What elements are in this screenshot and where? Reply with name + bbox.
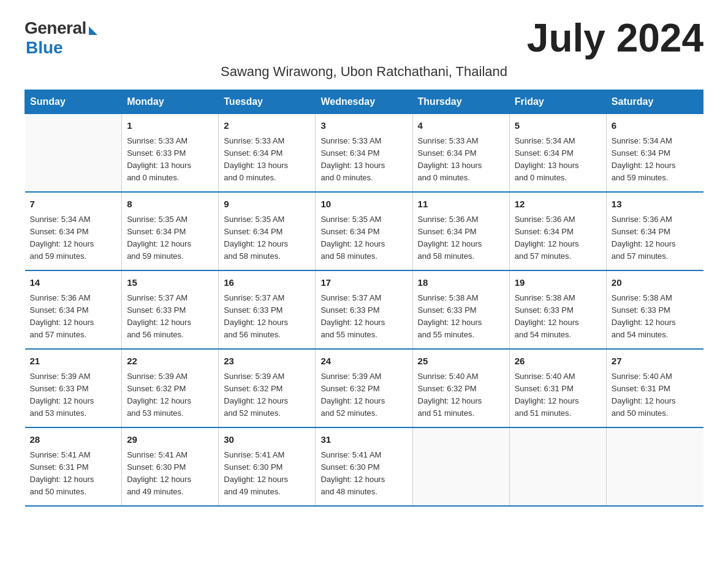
calendar-header-wednesday: Wednesday <box>316 90 412 114</box>
day-number: 16 <box>224 276 310 290</box>
day-info: Sunrise: 5:39 AMSunset: 6:32 PMDaylight:… <box>224 370 310 420</box>
calendar-cell: 17Sunrise: 5:37 AMSunset: 6:33 PMDayligh… <box>316 270 412 349</box>
day-info: Sunrise: 5:38 AMSunset: 6:33 PMDaylight:… <box>418 292 504 342</box>
calendar-cell: 25Sunrise: 5:40 AMSunset: 6:32 PMDayligh… <box>412 349 509 427</box>
calendar-header-tuesday: Tuesday <box>219 90 316 114</box>
day-info: Sunrise: 5:35 AMSunset: 6:34 PMDaylight:… <box>224 213 310 263</box>
day-number: 13 <box>612 197 699 212</box>
calendar-cell <box>606 427 703 506</box>
day-number: 15 <box>127 276 213 290</box>
day-info: Sunrise: 5:33 AMSunset: 6:33 PMDaylight:… <box>127 135 213 185</box>
calendar-cell: 11Sunrise: 5:36 AMSunset: 6:34 PMDayligh… <box>412 192 509 270</box>
logo-blue-text: Blue <box>26 38 63 58</box>
day-info: Sunrise: 5:39 AMSunset: 6:32 PMDaylight:… <box>127 370 213 420</box>
day-info: Sunrise: 5:40 AMSunset: 6:32 PMDaylight:… <box>418 370 504 420</box>
calendar-cell <box>25 114 122 193</box>
day-info: Sunrise: 5:33 AMSunset: 6:34 PMDaylight:… <box>418 135 504 185</box>
day-number: 20 <box>612 276 699 290</box>
calendar-cell: 13Sunrise: 5:36 AMSunset: 6:34 PMDayligh… <box>606 192 703 270</box>
day-number: 10 <box>320 197 407 212</box>
day-info: Sunrise: 5:33 AMSunset: 6:34 PMDaylight:… <box>224 135 310 185</box>
day-number: 7 <box>30 197 117 212</box>
calendar-week-row: 1Sunrise: 5:33 AMSunset: 6:33 PMDaylight… <box>25 114 703 193</box>
day-number: 24 <box>320 354 407 369</box>
day-info: Sunrise: 5:35 AMSunset: 6:34 PMDaylight:… <box>320 213 407 263</box>
calendar-cell: 18Sunrise: 5:38 AMSunset: 6:33 PMDayligh… <box>412 270 509 349</box>
location-title: Sawang Wirawong, Ubon Ratchathani, Thail… <box>25 64 703 80</box>
day-info: Sunrise: 5:38 AMSunset: 6:33 PMDaylight:… <box>515 292 601 342</box>
calendar-cell: 15Sunrise: 5:37 AMSunset: 6:33 PMDayligh… <box>122 270 219 349</box>
day-info: Sunrise: 5:34 AMSunset: 6:34 PMDaylight:… <box>515 135 601 185</box>
day-number: 23 <box>224 354 310 369</box>
page-header: General Blue July 2024 <box>25 18 703 58</box>
day-number: 18 <box>418 276 504 290</box>
calendar-cell: 10Sunrise: 5:35 AMSunset: 6:34 PMDayligh… <box>316 192 412 270</box>
calendar-cell: 4Sunrise: 5:33 AMSunset: 6:34 PMDaylight… <box>412 114 509 193</box>
calendar-week-row: 7Sunrise: 5:34 AMSunset: 6:34 PMDaylight… <box>25 192 703 270</box>
calendar-cell: 20Sunrise: 5:38 AMSunset: 6:33 PMDayligh… <box>606 270 703 349</box>
day-number: 25 <box>418 354 504 369</box>
calendar-week-row: 28Sunrise: 5:41 AMSunset: 6:31 PMDayligh… <box>25 427 703 506</box>
day-info: Sunrise: 5:41 AMSunset: 6:30 PMDaylight:… <box>320 449 407 499</box>
day-info: Sunrise: 5:34 AMSunset: 6:34 PMDaylight:… <box>30 213 117 263</box>
day-info: Sunrise: 5:37 AMSunset: 6:33 PMDaylight:… <box>224 292 310 342</box>
day-info: Sunrise: 5:39 AMSunset: 6:32 PMDaylight:… <box>320 370 407 420</box>
calendar-cell: 29Sunrise: 5:41 AMSunset: 6:30 PMDayligh… <box>122 427 219 506</box>
day-info: Sunrise: 5:37 AMSunset: 6:33 PMDaylight:… <box>320 292 407 342</box>
calendar-cell: 1Sunrise: 5:33 AMSunset: 6:33 PMDaylight… <box>122 114 219 193</box>
calendar-week-row: 14Sunrise: 5:36 AMSunset: 6:34 PMDayligh… <box>25 270 703 349</box>
day-info: Sunrise: 5:40 AMSunset: 6:31 PMDaylight:… <box>612 370 699 420</box>
day-info: Sunrise: 5:38 AMSunset: 6:33 PMDaylight:… <box>612 292 699 342</box>
day-number: 3 <box>320 119 407 133</box>
day-number: 6 <box>612 119 699 133</box>
calendar-header-row: SundayMondayTuesdayWednesdayThursdayFrid… <box>25 90 703 114</box>
calendar-cell <box>412 427 509 506</box>
day-info: Sunrise: 5:34 AMSunset: 6:34 PMDaylight:… <box>612 135 699 185</box>
day-number: 8 <box>127 197 213 212</box>
day-number: 27 <box>612 354 699 369</box>
calendar-cell: 23Sunrise: 5:39 AMSunset: 6:32 PMDayligh… <box>219 349 316 427</box>
calendar-cell: 19Sunrise: 5:38 AMSunset: 6:33 PMDayligh… <box>509 270 606 349</box>
day-number: 29 <box>127 433 213 447</box>
day-number: 17 <box>320 276 407 290</box>
calendar-cell: 9Sunrise: 5:35 AMSunset: 6:34 PMDaylight… <box>219 192 316 270</box>
day-info: Sunrise: 5:33 AMSunset: 6:34 PMDaylight:… <box>320 135 407 185</box>
month-title: July 2024 <box>527 18 703 58</box>
day-number: 19 <box>515 276 601 290</box>
day-info: Sunrise: 5:36 AMSunset: 6:34 PMDaylight:… <box>30 292 117 342</box>
logo-arrow-icon <box>89 26 97 35</box>
day-number: 11 <box>418 197 504 212</box>
calendar-header-friday: Friday <box>509 90 606 114</box>
calendar-cell: 31Sunrise: 5:41 AMSunset: 6:30 PMDayligh… <box>316 427 412 506</box>
day-number: 12 <box>515 197 601 212</box>
day-number: 1 <box>127 119 213 133</box>
day-number: 14 <box>30 276 117 290</box>
calendar-cell: 27Sunrise: 5:40 AMSunset: 6:31 PMDayligh… <box>606 349 703 427</box>
day-info: Sunrise: 5:41 AMSunset: 6:30 PMDaylight:… <box>224 449 310 499</box>
calendar-cell: 14Sunrise: 5:36 AMSunset: 6:34 PMDayligh… <box>25 270 122 349</box>
calendar-cell: 21Sunrise: 5:39 AMSunset: 6:33 PMDayligh… <box>25 349 122 427</box>
day-number: 5 <box>515 119 601 133</box>
day-info: Sunrise: 5:37 AMSunset: 6:33 PMDaylight:… <box>127 292 213 342</box>
day-number: 9 <box>224 197 310 212</box>
day-number: 28 <box>30 433 117 447</box>
calendar-cell <box>509 427 606 506</box>
calendar-cell: 12Sunrise: 5:36 AMSunset: 6:34 PMDayligh… <box>509 192 606 270</box>
day-info: Sunrise: 5:39 AMSunset: 6:33 PMDaylight:… <box>30 370 117 420</box>
day-info: Sunrise: 5:36 AMSunset: 6:34 PMDaylight:… <box>515 213 601 263</box>
calendar-cell: 30Sunrise: 5:41 AMSunset: 6:30 PMDayligh… <box>219 427 316 506</box>
day-number: 26 <box>515 354 601 369</box>
day-number: 4 <box>418 119 504 133</box>
calendar-cell: 7Sunrise: 5:34 AMSunset: 6:34 PMDaylight… <box>25 192 122 270</box>
calendar-week-row: 21Sunrise: 5:39 AMSunset: 6:33 PMDayligh… <box>25 349 703 427</box>
logo: General Blue <box>25 18 97 58</box>
day-number: 2 <box>224 119 310 133</box>
calendar-cell: 24Sunrise: 5:39 AMSunset: 6:32 PMDayligh… <box>316 349 412 427</box>
calendar-cell: 28Sunrise: 5:41 AMSunset: 6:31 PMDayligh… <box>25 427 122 506</box>
day-info: Sunrise: 5:41 AMSunset: 6:30 PMDaylight:… <box>127 449 213 499</box>
logo-general-text: General <box>25 18 86 38</box>
calendar-header-monday: Monday <box>122 90 219 114</box>
calendar-cell: 3Sunrise: 5:33 AMSunset: 6:34 PMDaylight… <box>316 114 412 193</box>
calendar-cell: 26Sunrise: 5:40 AMSunset: 6:31 PMDayligh… <box>509 349 606 427</box>
calendar-cell: 8Sunrise: 5:35 AMSunset: 6:34 PMDaylight… <box>122 192 219 270</box>
